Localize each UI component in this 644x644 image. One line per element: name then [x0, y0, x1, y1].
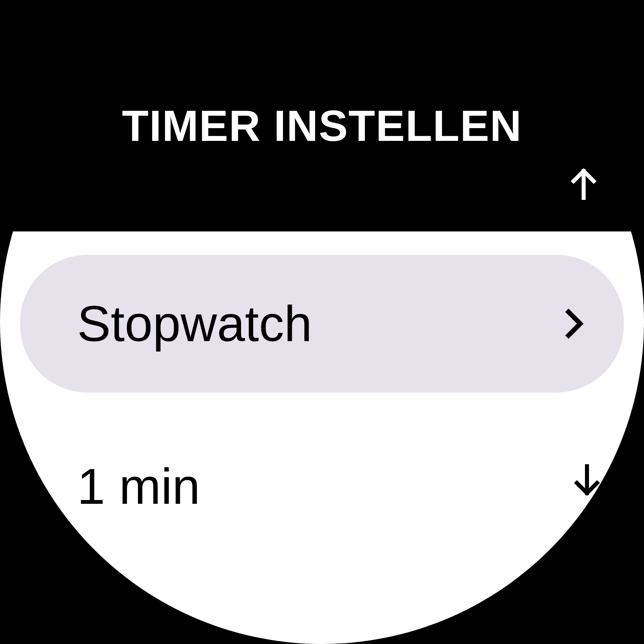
arrow-down-icon[interactable]	[574, 463, 600, 496]
chevron-right-icon	[564, 307, 584, 340]
list-item-stopwatch[interactable]: Stopwatch	[20, 255, 624, 392]
timer-list: Stopwatch 1 min min	[0, 231, 644, 644]
list-item-1min[interactable]: 1 min	[0, 419, 644, 553]
list-item-label: min	[77, 598, 644, 644]
list-item[interactable]: min	[0, 560, 644, 644]
page-title: TIMER INSTELLEN	[0, 101, 644, 151]
list-item-label: 1 min	[77, 458, 584, 516]
list-item-label: Stopwatch	[77, 295, 564, 353]
header-area: TIMER INSTELLEN	[0, 0, 644, 231]
watch-face: TIMER INSTELLEN Stopwatch 1 min	[0, 0, 644, 644]
arrow-up-icon[interactable]	[570, 168, 597, 201]
